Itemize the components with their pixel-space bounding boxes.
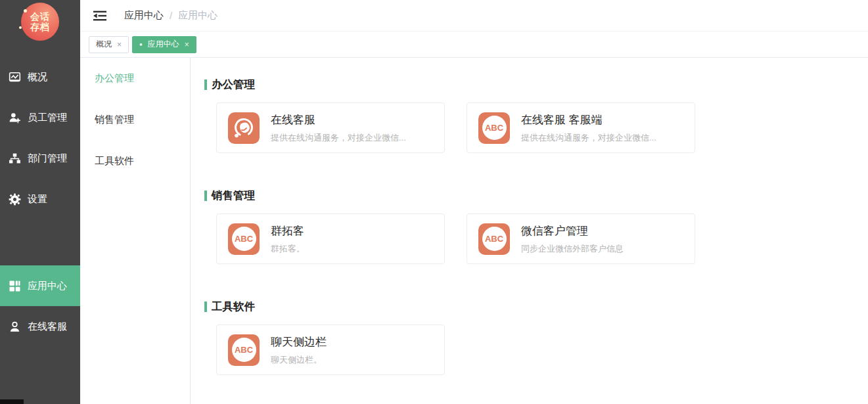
close-icon[interactable]: × (117, 41, 122, 49)
app-description: 聊天侧边栏。 (271, 354, 327, 366)
sidebar-item-label: 员工管理 (28, 112, 67, 124)
section-accent-bar (204, 79, 207, 90)
category-label: 销售管理 (95, 114, 134, 126)
category-label: 办公管理 (95, 72, 134, 85)
logo-text-line1: 会话 (30, 11, 50, 22)
primary-nav: 概况 员工管理 部门管理 设置 应用中心 (0, 56, 80, 347)
tab-bar: 概况 × ● 应用中心 × (80, 32, 868, 58)
breadcrumb-root[interactable]: 应用中心 (124, 9, 164, 22)
active-dot-icon: ● (139, 42, 143, 47)
card-text: 群拓客 群拓客。 (271, 223, 305, 255)
primary-sidebar: 会话 存档 概况 员工管理 部门管理 设置 (0, 0, 80, 404)
category-label: 工具软件 (95, 155, 134, 168)
card-row: ABC 群拓客 群拓客。 ABC (216, 213, 868, 264)
abc-circle: ABC (232, 227, 256, 251)
app-name: 群拓客 (271, 223, 305, 238)
logo-sparkle-icon (19, 26, 22, 29)
sidebar-item-label: 在线客服 (28, 321, 67, 333)
nav-spacer (0, 219, 80, 265)
department-icon (9, 152, 21, 165)
section-title: 销售管理 (212, 189, 255, 203)
section-office: 办公管理 在线客服 提供在线沟通服务，对接企业微信... (204, 78, 868, 153)
app-logo: 会话 存档 (21, 3, 59, 41)
work-area: 办公管理 销售管理 工具软件 办公管理 (80, 58, 868, 404)
card-text: 在线客服 客服端 提供在线沟通服务，对接企业微信... (521, 112, 656, 144)
app-description: 提供在线沟通服务，对接企业微信... (521, 132, 656, 144)
app-card-wechat-crm[interactable]: ABC 微信客户管理 同步企业微信外部客户信息 (467, 213, 695, 264)
section-tools: 工具软件 ABC 聊天侧边栏 聊天侧边栏。 (204, 300, 868, 375)
tab-app-center[interactable]: ● 应用中心 × (132, 36, 196, 53)
section-header: 工具软件 (204, 300, 868, 314)
abc-circle: ABC (482, 116, 507, 140)
sidebar-item-online-service[interactable]: 在线客服 (0, 306, 80, 347)
abc-app-icon: ABC (228, 223, 260, 255)
section-title: 办公管理 (212, 78, 255, 92)
tab-overview[interactable]: 概况 × (89, 36, 129, 53)
close-icon[interactable]: × (185, 41, 189, 49)
section-title: 工具软件 (212, 300, 255, 314)
section-accent-bar (204, 302, 207, 312)
tab-label: 应用中心 (148, 39, 179, 50)
section-accent-bar (204, 191, 207, 201)
apps-icon (9, 280, 21, 292)
abc-circle: ABC (232, 338, 256, 362)
sidebar-item-settings[interactable]: 设置 (0, 179, 80, 219)
gear-icon (9, 193, 21, 206)
sidebar-item-label: 概况 (28, 71, 47, 83)
sidebar-item-label: 部门管理 (28, 152, 67, 165)
category-item-office[interactable]: 办公管理 (80, 58, 190, 99)
app-description: 群拓客。 (271, 243, 305, 255)
collapse-menu-icon[interactable] (92, 9, 108, 22)
chart-icon (9, 71, 21, 83)
headset-icon (228, 112, 260, 144)
app-card-chat-sidebar[interactable]: ABC 聊天侧边栏 聊天侧边栏。 (216, 325, 445, 375)
sidebar-item-employees[interactable]: 员工管理 (0, 97, 80, 138)
app-description: 提供在线沟通服务，对接企业微信... (271, 132, 406, 144)
sidebar-item-label: 设置 (28, 193, 47, 206)
app-list-content: 办公管理 在线客服 提供在线沟通服务，对接企业微信... (191, 58, 868, 404)
sidebar-item-departments[interactable]: 部门管理 (0, 138, 80, 179)
logo-text-line2: 存档 (30, 22, 50, 32)
abc-app-icon: ABC (228, 334, 260, 366)
abc-label: ABC (235, 345, 253, 355)
sidebar-item-app-center[interactable]: 应用中心 (0, 265, 80, 306)
sidebar-scrollbar-thumb[interactable] (0, 399, 24, 404)
sidebar-item-overview[interactable]: 概况 (0, 56, 80, 97)
breadcrumb: 应用中心 / 应用中心 (124, 9, 217, 22)
tab-label: 概况 (96, 39, 112, 50)
app-name: 聊天侧边栏 (271, 334, 327, 349)
section-header: 销售管理 (204, 189, 868, 203)
app-card-online-service[interactable]: 在线客服 提供在线沟通服务，对接企业微信... (216, 102, 445, 153)
category-item-tools[interactable]: 工具软件 (80, 141, 190, 182)
abc-app-icon: ABC (478, 223, 510, 255)
category-item-sales[interactable]: 销售管理 (80, 99, 190, 141)
employee-icon (9, 112, 21, 124)
abc-circle: ABC (482, 227, 507, 251)
abc-label: ABC (485, 123, 503, 133)
card-text: 在线客服 提供在线沟通服务，对接企业微信... (271, 112, 406, 144)
section-header: 办公管理 (204, 78, 868, 92)
breadcrumb-page: 应用中心 (178, 9, 217, 22)
app-card-online-service-agent[interactable]: ABC 在线客服 客服端 提供在线沟通服务，对接企业微信... (467, 102, 695, 153)
app-card-group-customer[interactable]: ABC 群拓客 群拓客。 (216, 213, 445, 264)
logo-sparkle-icon (24, 9, 27, 12)
abc-label: ABC (235, 234, 253, 244)
sidebar-item-label: 应用中心 (28, 280, 67, 292)
main-column: 应用中心 / 应用中心 概况 × ● 应用中心 × 办公管理 销售管理 工具软件 (80, 0, 868, 404)
category-sidebar: 办公管理 销售管理 工具软件 (80, 58, 191, 404)
app-name: 在线客服 (271, 112, 406, 127)
app-description: 同步企业微信外部客户信息 (521, 243, 624, 255)
abc-label: ABC (485, 234, 503, 244)
card-text: 微信客户管理 同步企业微信外部客户信息 (521, 223, 624, 255)
section-sales: 销售管理 ABC 群拓客 群拓客。 (204, 189, 868, 264)
breadcrumb-separator: / (170, 10, 172, 21)
card-text: 聊天侧边栏 聊天侧边栏。 (271, 334, 327, 366)
abc-app-icon: ABC (478, 112, 510, 144)
app-name: 在线客服 客服端 (521, 112, 656, 127)
user-icon (9, 321, 21, 333)
card-row: 在线客服 提供在线沟通服务，对接企业微信... ABC 在线客服 客服端 提 (216, 102, 868, 153)
card-row: ABC 聊天侧边栏 聊天侧边栏。 (216, 325, 868, 375)
app-name: 微信客户管理 (521, 223, 624, 238)
top-bar: 应用中心 / 应用中心 (80, 0, 868, 32)
